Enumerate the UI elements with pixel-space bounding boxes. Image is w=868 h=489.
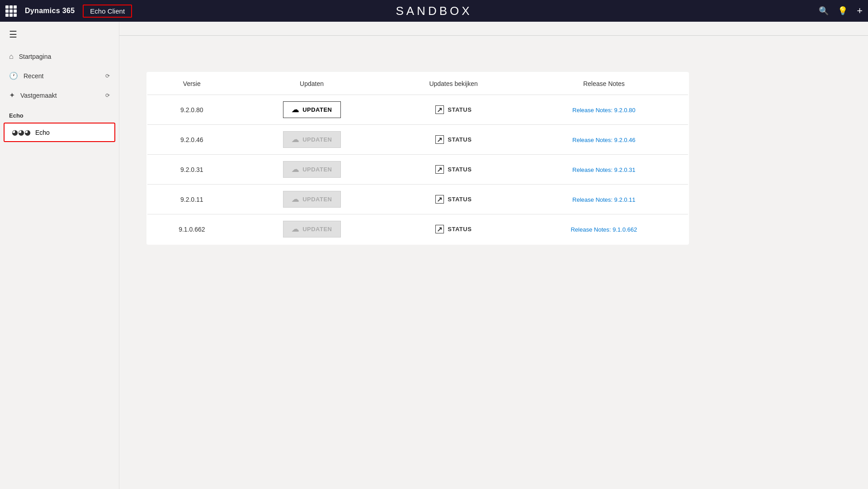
release-notes-link[interactable]: Release Notes: 9.2.0.11 [572, 196, 635, 203]
status-label: STATUS [448, 106, 472, 113]
update-label: UPDATEN [302, 166, 332, 173]
sidebar-item-recent[interactable]: 🕐 Recent ⟳ [0, 66, 119, 85]
cloud-icon: ☁ [292, 135, 299, 144]
update-cell: ☁ UPDATEN [236, 155, 387, 185]
release-notes-link[interactable]: Release Notes: 9.2.0.46 [572, 137, 635, 143]
environment-title: SANDBOX [396, 4, 472, 18]
sidebar-item-startpagina[interactable]: ⌂ Startpagina [0, 47, 119, 66]
status-cell: ↗ STATUS [387, 214, 520, 245]
home-icon: ⌂ [9, 52, 14, 61]
clock-icon: 🕐 [9, 71, 18, 80]
main-layout: ☰ ⌂ Startpagina 🕐 Recent ⟳ ✦ Vastgemaakt… [0, 22, 868, 489]
release-notes-cell: Release Notes: 9.2.0.11 [520, 185, 689, 214]
cloud-icon: ☁ [292, 225, 299, 233]
add-icon[interactable]: + [857, 5, 863, 17]
table-row: 9.1.0.662 ☁ UPDATEN ↗ STATUS Release Not… [147, 214, 689, 245]
update-cell: ☁ UPDATEN [236, 214, 387, 245]
status-button[interactable]: ↗ STATUS [435, 105, 472, 114]
status-cell: ↗ STATUS [387, 185, 520, 214]
version-cell: 9.2.0.11 [147, 185, 236, 214]
nav-right: 🔍 💡 + [819, 5, 863, 17]
top-navigation: Dynamics 365 Echo Client SANDBOX 🔍 💡 + [0, 0, 868, 22]
status-button[interactable]: ↗ STATUS [435, 225, 472, 233]
sidebar-item-echo[interactable]: ◕◕◕ Echo [4, 123, 115, 142]
cloud-icon: ☁ [292, 195, 299, 204]
col-header-versie: Versie [147, 72, 236, 95]
cloud-upload-icon: ☁ [292, 105, 299, 114]
sidebar-item-label: Recent [24, 72, 43, 80]
status-cell: ↗ STATUS [387, 125, 520, 155]
version-cell: 9.1.0.662 [147, 214, 236, 245]
table-row: 9.2.0.31 ☁ UPDATEN ↗ STATUS Release Note… [147, 155, 689, 185]
external-link-icon: ↗ [435, 225, 444, 233]
cloud-icon: ☁ [292, 165, 299, 174]
release-notes-cell: Release Notes: 9.2.0.31 [520, 155, 689, 185]
release-notes-link[interactable]: Release Notes: 9.2.0.80 [572, 107, 635, 114]
col-header-updates-bekijken: Updates bekijken [387, 72, 520, 95]
table-row: 9.2.0.46 ☁ UPDATEN ↗ STATUS Release Note… [147, 125, 689, 155]
status-label: STATUS [448, 196, 472, 203]
sidebar-echo-label: Echo [35, 129, 50, 136]
update-cell: ☁ UPDATEN [236, 185, 387, 214]
sidebar: ☰ ⌂ Startpagina 🕐 Recent ⟳ ✦ Vastgemaakt… [0, 22, 119, 489]
pin-icon: ✦ [9, 91, 15, 100]
update-cell: ☁ UPDATEN [236, 125, 387, 155]
update-label: UPDATEN [302, 106, 332, 113]
status-button[interactable]: ↗ STATUS [435, 135, 472, 144]
main-content: Versie Updaten Updates bekijken Release … [119, 22, 868, 489]
update-label: UPDATEN [302, 136, 332, 143]
echo-broadcast-icon: ◕◕◕ [12, 128, 31, 137]
status-button[interactable]: ↗ STATUS [435, 195, 472, 204]
version-cell: 9.2.0.80 [147, 95, 236, 125]
status-cell: ↗ STATUS [387, 95, 520, 125]
table-body: 9.2.0.80 ☁ UPDATEN ↗ STATUS Release Note… [147, 95, 689, 245]
brand-name: Dynamics 365 [25, 7, 75, 15]
lightbulb-icon[interactable]: 💡 [838, 6, 848, 16]
update-button-disabled: ☁ UPDATEN [283, 191, 341, 208]
external-link-icon: ↗ [435, 105, 444, 114]
release-notes-cell: Release Notes: 9.2.0.80 [520, 95, 689, 125]
app-name-button[interactable]: Echo Client [83, 5, 132, 18]
external-link-icon: ↗ [435, 165, 444, 174]
status-label: STATUS [448, 136, 472, 143]
table-row: 9.2.0.80 ☁ UPDATEN ↗ STATUS Release Note… [147, 95, 689, 125]
external-link-icon: ↗ [435, 135, 444, 144]
status-button[interactable]: ↗ STATUS [435, 165, 472, 174]
status-label: STATUS [448, 226, 472, 233]
header-divider [119, 35, 868, 36]
col-header-release-notes: Release Notes [520, 72, 689, 95]
waffle-menu-icon[interactable] [5, 5, 17, 17]
sidebar-section-title: Echo [0, 105, 119, 122]
sidebar-item-label: Startpagina [19, 53, 52, 60]
sidebar-item-vastgemaakt[interactable]: ✦ Vastgemaakt ⟳ [0, 85, 119, 105]
status-cell: ↗ STATUS [387, 155, 520, 185]
version-cell: 9.2.0.46 [147, 125, 236, 155]
update-label: UPDATEN [302, 196, 332, 203]
search-icon[interactable]: 🔍 [819, 6, 829, 16]
table-header: Versie Updaten Updates bekijken Release … [147, 72, 689, 95]
content-area: Versie Updaten Updates bekijken Release … [119, 45, 868, 263]
update-button-disabled: ☁ UPDATEN [283, 161, 341, 178]
chevron-down-icon: ⟳ [105, 92, 110, 99]
release-notes-cell: Release Notes: 9.2.0.46 [520, 125, 689, 155]
external-link-icon: ↗ [435, 195, 444, 204]
version-cell: 9.2.0.31 [147, 155, 236, 185]
nav-left: Dynamics 365 Echo Client [5, 5, 132, 18]
sidebar-toggle-button[interactable]: ☰ [0, 22, 119, 47]
chevron-down-icon: ⟳ [105, 73, 110, 79]
col-header-updaten: Updaten [236, 72, 387, 95]
update-button-disabled: ☁ UPDATEN [283, 131, 341, 148]
sidebar-item-label: Vastgemaakt [20, 92, 57, 99]
version-table: Versie Updaten Updates bekijken Release … [146, 72, 689, 245]
table-row: 9.2.0.11 ☁ UPDATEN ↗ STATUS Release Note… [147, 185, 689, 214]
update-button[interactable]: ☁ UPDATEN [283, 101, 341, 118]
release-notes-link[interactable]: Release Notes: 9.2.0.31 [572, 166, 635, 173]
update-label: UPDATEN [302, 226, 332, 233]
update-button-disabled: ☁ UPDATEN [283, 221, 341, 237]
release-notes-cell: Release Notes: 9.1.0.662 [520, 214, 689, 245]
update-cell: ☁ UPDATEN [236, 95, 387, 125]
release-notes-link[interactable]: Release Notes: 9.1.0.662 [571, 226, 637, 233]
status-label: STATUS [448, 166, 472, 173]
